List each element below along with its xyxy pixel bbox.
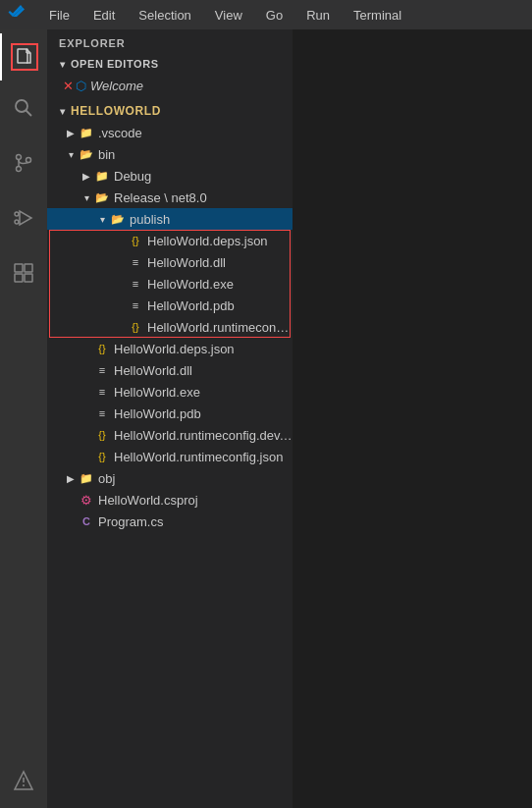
menu-view[interactable]: View	[211, 6, 246, 25]
json-icon: {}	[94, 449, 110, 464]
tree-vscode[interactable]: ▶ 📁 .vscode	[47, 122, 293, 143]
editor-area	[293, 29, 532, 808]
tree-p-deps-json[interactable]: {} HelloWorld.deps.json	[49, 230, 291, 251]
svg-point-5	[17, 155, 22, 160]
tree-p-dll[interactable]: ≡ HelloWorld.dll	[49, 251, 291, 273]
tree-p-runtimeconfig[interactable]: {} HelloWorld.runtimeconfig.json	[49, 316, 291, 338]
svg-point-18	[23, 784, 25, 786]
tree-csproj[interactable]: ⚙ HelloWorld.csproj	[47, 489, 293, 511]
tree-obj[interactable]: ▶ 📁 obj	[47, 467, 293, 489]
activity-accounts[interactable]	[0, 757, 47, 804]
sidebar: EXPLORER ▾ OPEN EDITORS ✕ ⬡ Welcome ▾ HE…	[47, 29, 293, 808]
tree-hw-rt[interactable]: {} HelloWorld.runtimeconfig.json	[47, 446, 293, 467]
vscode-icon: ⬡	[76, 79, 86, 93]
section-helloworld[interactable]: ▾ HELLOWORLD	[47, 100, 293, 122]
vscode-logo	[8, 4, 26, 26]
p-deps-json-label: HelloWorld.deps.json	[147, 234, 268, 248]
publish-label: publish	[130, 212, 170, 227]
tree-hw-dll[interactable]: ≡ HelloWorld.dll	[47, 359, 293, 381]
release-chevron: ▾	[79, 189, 94, 205]
program-cs-label: Program.cs	[98, 514, 163, 529]
release-folder-icon: 📂	[94, 189, 110, 205]
cs-icon: C	[79, 513, 94, 529]
explorer-icon-box	[11, 43, 38, 71]
file-tree: ▶ 📁 .vscode ▾ 📂 bin ▶ 📁 Debug ▾ 📂 Releas…	[47, 122, 293, 808]
empty-chevron	[79, 362, 94, 378]
empty-chevron	[79, 449, 94, 464]
exe-icon: ≡	[94, 384, 110, 400]
tree-publish[interactable]: ▾ 📂 publish	[47, 208, 293, 230]
tree-debug[interactable]: ▶ 📁 Debug	[47, 165, 293, 187]
empty-chevron	[112, 319, 128, 335]
svg-point-10	[15, 212, 19, 216]
empty-chevron	[112, 233, 128, 248]
menu-go[interactable]: Go	[262, 6, 287, 25]
hw-rt-label: HelloWorld.runtimeconfig.json	[114, 450, 283, 464]
json-icon: {}	[128, 233, 143, 248]
json-icon: {}	[94, 427, 110, 443]
empty-chevron	[63, 513, 79, 529]
csproj-icon: ⚙	[79, 492, 94, 508]
vscode-chevron: ▶	[63, 125, 79, 140]
main-area: EXPLORER ▾ OPEN EDITORS ✕ ⬡ Welcome ▾ HE…	[0, 29, 532, 808]
svg-point-11	[15, 220, 19, 224]
section-open-editors[interactable]: ▾ OPEN EDITORS	[47, 53, 293, 75]
activity-extensions[interactable]	[0, 249, 47, 296]
sidebar-title: EXPLORER	[47, 29, 293, 53]
svg-point-3	[16, 100, 27, 112]
json-icon: {}	[128, 319, 143, 335]
bin-folder-icon: 📂	[79, 146, 94, 162]
p-runtimeconfig-label: HelloWorld.runtimeconfig.json	[147, 320, 291, 335]
tree-bin[interactable]: ▾ 📂 bin	[47, 143, 293, 165]
menu-run[interactable]: Run	[302, 6, 334, 25]
svg-rect-14	[15, 274, 23, 282]
hw-exe-label: HelloWorld.exe	[114, 385, 200, 400]
exe-icon: ≡	[128, 276, 143, 292]
folder-icon: 📁	[79, 125, 94, 140]
publish-folder-icon: 📂	[110, 211, 126, 227]
svg-point-7	[27, 158, 31, 163]
tree-program-cs[interactable]: C Program.cs	[47, 511, 293, 532]
empty-chevron	[112, 297, 128, 313]
release-label: Release \ net8.0	[114, 190, 207, 205]
tree-hw-exe[interactable]: ≡ HelloWorld.exe	[47, 381, 293, 403]
empty-chevron	[79, 405, 94, 421]
svg-point-6	[17, 167, 22, 172]
csproj-label: HelloWorld.csproj	[98, 493, 198, 508]
tree-p-pdb[interactable]: ≡ HelloWorld.pdb	[49, 295, 291, 316]
hw-pdb-label: HelloWorld.pdb	[114, 406, 201, 421]
obj-label: obj	[98, 471, 115, 486]
vscode-label: .vscode	[98, 126, 142, 140]
tree-p-exe[interactable]: ≡ HelloWorld.exe	[49, 273, 291, 295]
tree-hw-deps[interactable]: {} HelloWorld.deps.json	[47, 338, 293, 359]
publish-chevron: ▾	[94, 211, 110, 227]
pdb-icon: ≡	[128, 297, 143, 313]
activity-explorer[interactable]	[0, 33, 47, 81]
dll-icon: ≡	[128, 254, 143, 270]
menu-edit[interactable]: Edit	[89, 6, 119, 25]
menu-bar: File Edit Selection View Go Run Terminal	[0, 0, 532, 29]
svg-rect-15	[25, 274, 32, 282]
menu-selection[interactable]: Selection	[134, 6, 194, 25]
activity-source-control[interactable]	[0, 139, 47, 187]
open-editors-label: OPEN EDITORS	[71, 58, 159, 70]
tree-release[interactable]: ▾ 📂 Release \ net8.0	[47, 187, 293, 208]
svg-rect-12	[15, 264, 23, 272]
dll-icon: ≡	[94, 362, 110, 378]
hw-rtdev-label: HelloWorld.runtimeconfig.dev.json	[114, 428, 293, 443]
menu-terminal[interactable]: Terminal	[349, 6, 405, 25]
menu-file[interactable]: File	[45, 6, 74, 25]
empty-chevron	[112, 254, 128, 270]
activity-search[interactable]	[0, 84, 47, 132]
bin-chevron: ▾	[63, 146, 79, 162]
close-icon[interactable]: ✕	[63, 79, 74, 93]
open-editor-welcome[interactable]: ✕ ⬡ Welcome	[47, 75, 293, 96]
empty-chevron	[79, 384, 94, 400]
svg-marker-9	[20, 211, 31, 225]
p-exe-label: HelloWorld.exe	[147, 277, 234, 292]
activity-run-debug[interactable]	[0, 194, 47, 242]
activity-bar	[0, 29, 47, 808]
json-icon: {}	[94, 341, 110, 356]
tree-hw-pdb[interactable]: ≡ HelloWorld.pdb	[47, 403, 293, 424]
tree-hw-rtdev[interactable]: {} HelloWorld.runtimeconfig.dev.json	[47, 424, 293, 446]
